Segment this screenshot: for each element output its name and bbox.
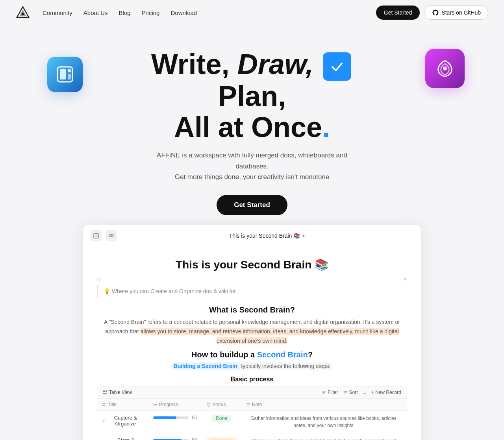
status-badge: Inprogress: [206, 437, 237, 440]
table-row: Store & Retrieve80InprogressStore your i…: [97, 433, 407, 440]
svg-rect-16: [103, 393, 105, 394]
meta-expand-icon[interactable]: ∨: [403, 276, 407, 282]
cell-status: Done: [202, 411, 241, 433]
filter-label: Filter: [328, 390, 338, 395]
hero-title-plan: Plan,: [218, 80, 286, 112]
col-header-progress: Progress: [148, 399, 202, 411]
doc-hint-text: 💡 Where you can Create and Organize doc …: [104, 288, 236, 294]
col-header-status: Status: [202, 399, 241, 411]
table-header-row: Title Progress: [97, 399, 407, 411]
github-button[interactable]: Stars on GitHub: [424, 6, 488, 20]
hero-title-all: All at Once.: [174, 111, 330, 143]
topbar-collab-icon[interactable]: [106, 230, 117, 241]
basic-process-label: Basic process: [97, 376, 407, 383]
svg-rect-14: [103, 390, 105, 392]
sort-label: Sort: [349, 390, 358, 395]
status-badge: Done: [212, 415, 231, 422]
nav-link-community[interactable]: Community: [43, 9, 72, 16]
navbar-left: Community About Us Blog Pricing Download: [16, 6, 197, 20]
section2-title-link[interactable]: Second Brain: [257, 350, 308, 359]
svg-rect-6: [68, 74, 71, 79]
data-table: Title Progress: [97, 399, 407, 440]
sort-icon: [343, 390, 348, 395]
nav-links: Community About Us Blog Pricing Download: [43, 9, 197, 16]
nav-link-pricing[interactable]: Pricing: [142, 9, 160, 16]
section1-title: What is Second Brain?: [97, 305, 407, 314]
title-col-icon: [102, 403, 106, 407]
floating-icon-left: [47, 57, 83, 92]
nav-link-about[interactable]: About Us: [83, 9, 108, 16]
col-header-title: Title: [97, 399, 148, 411]
note-col-icon: [246, 403, 250, 407]
hero-section: Write, Draw, Plan, All at Once. AFFiNE i…: [0, 25, 504, 440]
sort-button[interactable]: Sort: [343, 390, 358, 395]
svg-rect-4: [60, 69, 66, 79]
table-view-label[interactable]: Table View: [103, 390, 132, 395]
svg-rect-9: [94, 233, 98, 238]
topbar-title-text: This is your Second Brain 📚: [229, 233, 300, 239]
demo-content: This is your Second Brain 📚 ◇ ∨ 💡 Where …: [83, 247, 421, 440]
filter-button[interactable]: Filter: [321, 390, 338, 395]
svg-rect-25: [246, 403, 250, 404]
cell-note: Gather information and ideas from variou…: [241, 411, 407, 433]
svg-rect-27: [246, 406, 249, 407]
hero-subtitle: AFFiNE is a workspace with fully merged …: [142, 150, 362, 182]
hero-get-started-button[interactable]: Get Started: [217, 195, 287, 215]
table-view-label-text: Table View: [109, 390, 132, 395]
table-toolbar: Table View Filter: [97, 386, 407, 399]
cell-title: Capture & Organize: [97, 411, 148, 433]
nav-link-download[interactable]: Download: [170, 9, 197, 16]
table-toolbar-right: Filter Sort ... + New Record: [321, 390, 401, 395]
hero-title: Write, Draw, Plan, All at Once.: [114, 49, 390, 143]
github-icon: [432, 9, 439, 16]
meta-diamond-icon: ◇: [97, 276, 101, 282]
section2-title-prefix: How to buildup a: [191, 350, 257, 359]
section2-body-normal: typically involves the following steps:: [238, 362, 332, 370]
topbar-doc-icon[interactable]: [91, 230, 102, 241]
doc-meta: ◇ ∨: [97, 276, 407, 282]
purple-app-icon: [425, 49, 465, 88]
hero-subtitle-line2: Get more things done, your creativity is…: [175, 173, 330, 181]
nav-get-started-button[interactable]: Get Started: [376, 6, 420, 20]
navbar: Community About Us Blog Pricing Download…: [0, 0, 504, 25]
section2-title: How to buildup a Second Brain?: [97, 350, 407, 359]
doc-hint: 💡 Where you can Create and Organize doc …: [97, 285, 407, 298]
table-container: Table View Filter: [97, 386, 407, 440]
cell-note: Store your information in a digital form…: [241, 433, 407, 440]
svg-rect-28: [102, 420, 105, 420]
hero-title-write: Write, Draw,: [151, 48, 321, 80]
plan-icon: [323, 52, 351, 81]
new-record-button[interactable]: + New Record: [371, 390, 401, 395]
more-button[interactable]: ...: [363, 390, 367, 395]
section2-body: Building a Second Brain typically involv…: [97, 362, 407, 371]
hero-dot: .: [322, 111, 330, 143]
col-header-note: Note: [241, 399, 407, 411]
chevron-down-icon[interactable]: ▾: [302, 233, 305, 238]
section2-body-highlight: Building a Second Brain: [172, 362, 239, 370]
navbar-right: Get Started Stars on GitHub: [376, 6, 488, 20]
svg-rect-23: [154, 404, 157, 405]
nav-link-blog[interactable]: Blog: [119, 9, 131, 16]
topbar-title: This is your Second Brain 📚 ▾: [120, 233, 413, 239]
svg-rect-17: [106, 393, 107, 394]
svg-rect-8: [328, 58, 346, 75]
logo[interactable]: [16, 6, 30, 20]
cell-progress: 80: [148, 433, 202, 440]
table-row: Capture & Organize65DoneGather informati…: [97, 411, 407, 433]
svg-rect-22: [102, 405, 105, 406]
cell-progress: 65: [148, 411, 202, 433]
svg-rect-26: [246, 405, 250, 405]
doc-title: This is your Second Brain 📚: [97, 258, 407, 271]
demo-topbar: This is your Second Brain 📚 ▾: [83, 225, 421, 247]
status-col-icon: [206, 403, 211, 407]
floating-icon-right: [425, 49, 465, 88]
hero-subtitle-line1: AFFiNE is a workspace with fully merged …: [157, 152, 347, 170]
table-icon: [103, 390, 107, 395]
svg-point-7: [443, 67, 447, 70]
section1-body: A "Second Brain" refers to a concept rel…: [97, 318, 407, 346]
cell-title: Store & Retrieve: [97, 433, 148, 440]
section1-body-highlight: allows you to store, manage, and retriev…: [141, 328, 399, 344]
section2-title-suffix: ?: [308, 350, 313, 359]
svg-rect-21: [102, 403, 106, 404]
github-label: Stars on GitHub: [441, 9, 481, 16]
